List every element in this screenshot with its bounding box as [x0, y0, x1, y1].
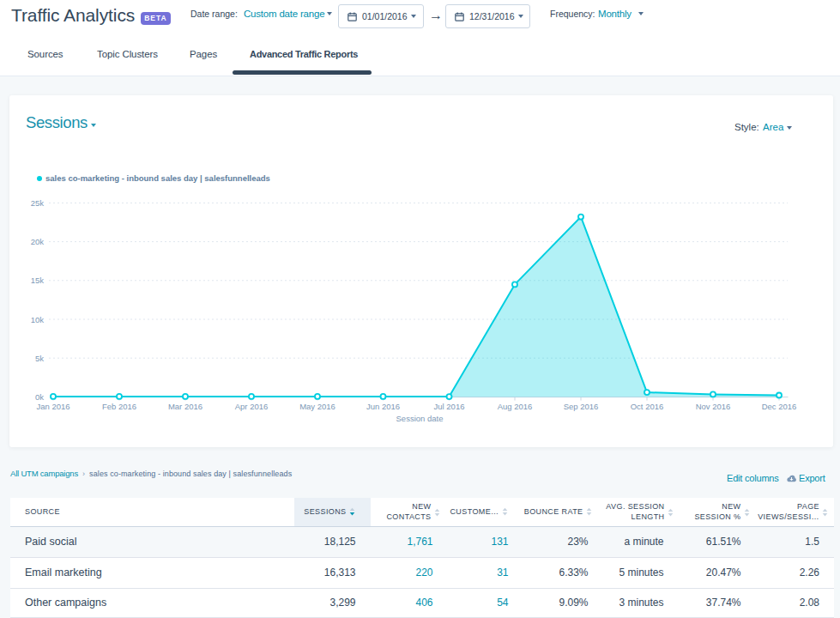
svg-text:May 2016: May 2016 — [299, 402, 335, 411]
svg-text:Feb 2016: Feb 2016 — [102, 402, 136, 411]
svg-text:Mar 2016: Mar 2016 — [168, 402, 202, 411]
svg-text:Apr 2016: Apr 2016 — [235, 402, 269, 411]
svg-text:Dec 2016: Dec 2016 — [762, 402, 797, 411]
svg-text:Oct 2016: Oct 2016 — [631, 402, 664, 411]
svg-text:Session date: Session date — [396, 414, 444, 423]
svg-text:Nov 2016: Nov 2016 — [696, 402, 731, 411]
svg-text:20k: 20k — [31, 237, 45, 246]
svg-text:5k: 5k — [35, 354, 44, 363]
svg-text:0k: 0k — [35, 392, 44, 402]
svg-text:Jan 2016: Jan 2016 — [36, 402, 69, 411]
svg-text:Sep 2016: Sep 2016 — [564, 402, 599, 411]
svg-text:Aug 2016: Aug 2016 — [498, 402, 533, 411]
svg-text:15k: 15k — [31, 276, 45, 285]
svg-text:25k: 25k — [31, 198, 45, 208]
svg-text:10k: 10k — [31, 315, 45, 324]
svg-text:Jun 2016: Jun 2016 — [366, 402, 400, 411]
svg-text:Jul 2016: Jul 2016 — [434, 402, 465, 411]
